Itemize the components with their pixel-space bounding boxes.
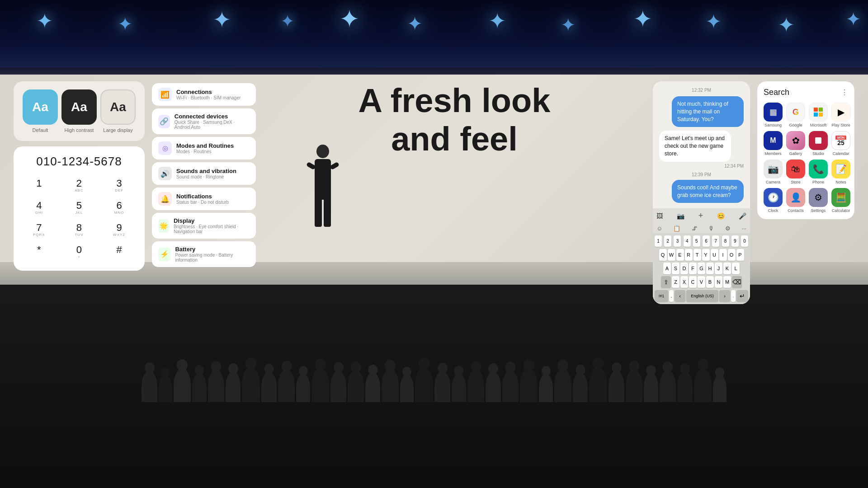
kb-k[interactable]: K [723,263,731,274]
dial-key-hash[interactable]: # [100,242,138,263]
kb-e[interactable]: E [676,249,684,261]
app-calculator[interactable]: 🧮 Calculator [831,188,850,213]
kb-special[interactable]: !#1 [655,290,668,302]
kb-y[interactable]: Y [702,249,710,261]
dial-key-2[interactable]: 2 ABC [60,176,99,196]
kb-tool-mic2[interactable]: 🎙 [708,225,714,232]
kb-num-5[interactable]: 5 [693,235,700,247]
kb-z[interactable]: Z [672,276,679,288]
kb-a[interactable]: A [663,263,671,274]
kb-num-1[interactable]: 1 [655,235,662,247]
kb-tool-image[interactable]: 🖼 [656,212,663,220]
app-contacts[interactable]: 👤 Contacts [786,188,805,213]
kb-w[interactable]: W [668,249,675,261]
kb-tool-plus[interactable]: + [698,211,703,221]
kb-r[interactable]: R [685,249,693,261]
settings-item-battery[interactable]: ⚡ Battery Power saving mode · Battery in… [152,241,256,267]
members-label: Members [764,151,782,156]
kb-v[interactable]: V [698,276,705,288]
kb-p[interactable]: P [736,249,744,261]
kb-num-2[interactable]: 2 [664,235,671,247]
dial-key-7[interactable]: 7 PQRS [20,220,58,240]
app-members[interactable]: M Members [764,131,783,156]
kb-f[interactable]: F [689,263,697,274]
kb-num-4[interactable]: 4 [684,235,691,247]
kb-tool-emoji[interactable]: 😊 [717,212,725,220]
kb-c[interactable]: C [689,276,697,288]
dial-key-0[interactable]: 0 + [60,242,99,263]
app-gallery[interactable]: ✿ Gallery [786,131,805,156]
dial-key-9[interactable]: 9 WXYZ [100,220,138,240]
dial-key-3[interactable]: 3 DEF [100,176,138,196]
kb-d[interactable]: D [680,263,688,274]
kb-num-0[interactable]: 0 [741,235,748,247]
sounds-title: Sounds and vibration [176,168,236,174]
kb-num-3[interactable]: 3 [674,235,681,247]
kb-tool-copy[interactable]: 📋 [673,225,680,232]
app-calendar[interactable]: MON 25 Calendar [831,131,850,156]
settings-item-sounds[interactable]: 🔊 Sounds and vibration Sound mode · Ring… [152,162,256,185]
kb-num-6[interactable]: 6 [703,235,710,247]
dial-key-1[interactable]: 1 [20,176,58,196]
kb-u[interactable]: U [711,249,718,261]
kb-tool-settings[interactable]: ⚙ [725,225,731,232]
kb-i[interactable]: I [719,249,727,261]
keyboard-row-asdf: A S D F G H J K L [653,262,750,275]
kb-shift[interactable]: ⇧ [661,276,671,288]
settings-item-connected-devices[interactable]: 🔗 Connected devices Quick Share · Samsun… [152,108,256,134]
kb-q[interactable]: Q [659,249,667,261]
settings-item-modes[interactable]: ◎ Modes and Routines Modes · Routines [152,137,256,160]
kb-j[interactable]: J [715,263,722,274]
kb-tool-mic[interactable]: 🎤 [739,212,746,220]
dial-key-5[interactable]: 5 JKL [60,198,99,218]
kb-n[interactable]: N [715,276,722,288]
settings-item-connections[interactable]: 📶 Connections Wi-Fi · Bluetooth · SIM ma… [152,83,256,106]
dial-key-6[interactable]: 6 MNO [100,198,138,218]
app-microsoft[interactable]: Microsoft [809,103,828,127]
kb-h[interactable]: H [706,263,714,274]
kb-o[interactable]: O [728,249,736,261]
dial-key-8[interactable]: 8 TUV [60,220,99,240]
kb-tool-more[interactable]: ··· [741,225,746,232]
dial-key-4[interactable]: 4 GHI [20,198,58,218]
app-menu-dots[interactable]: ⋮ [841,88,848,97]
app-settings[interactable]: ⚙ Settings [809,188,828,213]
kb-num-9[interactable]: 9 [731,235,739,247]
kb-t[interactable]: T [693,249,701,261]
kb-tool-clip[interactable]: 🖇 [692,225,698,232]
kb-num-7[interactable]: 7 [712,235,719,247]
kb-x[interactable]: X [680,276,688,288]
kb-language[interactable]: English (US) [686,290,718,302]
settings-item-display[interactable]: 🌟 Display Brightness · Eye comfort shiel… [152,213,256,239]
kb-s[interactable]: S [672,263,679,274]
kb-backspace[interactable]: ⌫ [732,276,742,288]
app-google[interactable]: G Google [786,103,805,127]
app-samsung[interactable]: ▦ Samsung [764,103,783,127]
kb-l[interactable]: L [732,263,740,274]
kb-tool-camera[interactable]: 📷 [677,212,684,220]
app-camera[interactable]: 📷 Camera [764,160,783,184]
font-option-large-display[interactable]: Aa Large display [100,89,136,133]
app-store[interactable]: 🛍 Store [786,160,805,184]
app-notes[interactable]: 📝 Notes [831,160,850,184]
kb-g[interactable]: G [698,263,705,274]
dialer-panel: 010-1234-5678 1 2 ABC 3 DEF 4 GHI [14,146,145,271]
app-studio[interactable]: Studio [809,131,828,156]
kb-enter[interactable]: ↵ [736,290,748,302]
font-option-default[interactable]: Aa Default [23,89,58,133]
kb-period[interactable]: . [731,290,736,302]
kb-tool-emoji2[interactable]: ☺ [656,225,662,232]
app-phone[interactable]: 📞 Phone [809,160,828,184]
app-play-store[interactable]: ▶ Play Store [831,103,850,127]
kb-lang-next[interactable]: › [719,290,730,302]
font-option-high-contrast[interactable]: Aa High contrast [61,89,97,133]
kb-comma[interactable]: , [669,290,674,302]
kb-m[interactable]: M [723,276,731,288]
kb-b[interactable]: B [706,276,714,288]
tagline-line1: A fresh look [359,82,551,119]
kb-num-8[interactable]: 8 [722,235,729,247]
settings-item-notifications[interactable]: 🔔 Notifications Status bar · Do not dist… [152,188,256,210]
app-clock[interactable]: 🕐 Clock [764,188,783,213]
dial-key-star[interactable]: * [20,242,58,263]
kb-lang-prev[interactable]: ‹ [675,290,685,302]
